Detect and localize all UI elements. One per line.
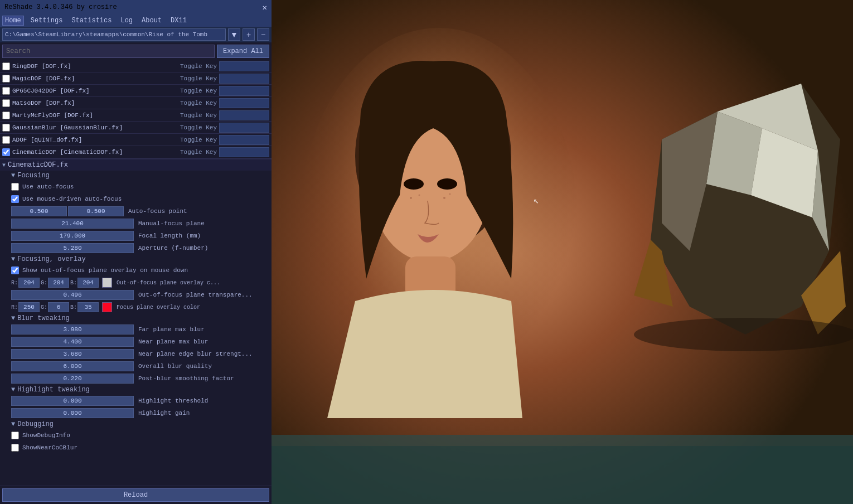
menu-item-dx11[interactable]: DX11: [168, 16, 189, 25]
g-value[interactable]: 204: [48, 278, 69, 288]
color-swatch[interactable]: [102, 278, 112, 288]
param-slider[interactable]: 3.980: [11, 324, 134, 335]
param-label: Auto-focus point: [128, 208, 269, 215]
effect-name: CinematicDOF [CinematicDOF.fx]: [12, 149, 180, 156]
param-label: Aperture (f-number): [138, 245, 269, 251]
effect-checkbox[interactable]: [2, 112, 10, 119]
color-swatch[interactable]: [102, 302, 112, 312]
settings-panel[interactable]: ▼ CinematicDOF.fx▼FocusingUse auto-focus…: [0, 158, 272, 486]
param-slider[interactable]: 0.496: [11, 290, 134, 300]
subsection-header[interactable]: ▼Highlight tweaking: [0, 385, 272, 395]
menu-item-statistics[interactable]: Statistics: [69, 16, 114, 25]
subsection-header[interactable]: ▼Focusing, overlay: [0, 254, 272, 264]
effect-row: MartyMcFlyDOF [DOF.fx]Toggle Key: [0, 109, 272, 122]
search-bar: Expand All: [0, 42, 272, 60]
path-add-button[interactable]: +: [243, 28, 255, 41]
param-label: Near plane edge blur strengt...: [138, 351, 269, 357]
toggle-key-label: Toggle Key: [180, 63, 217, 70]
param-slider[interactable]: 6.000: [11, 361, 134, 371]
svg-point-6: [437, 178, 457, 190]
effect-name: MagicDOF [DOF.fx]: [12, 75, 180, 82]
param-row: 0.5000.500Auto-focus point: [0, 205, 272, 217]
param-slider[interactable]: 5.280: [11, 243, 134, 253]
toggle-key-input[interactable]: [219, 135, 269, 145]
svg-point-7: [410, 197, 412, 199]
search-input[interactable]: [2, 45, 215, 58]
param-row: 0.496Out-of-focus plane transpare...: [0, 289, 272, 301]
param-label: Focal length (mm): [138, 232, 269, 239]
r-value[interactable]: 204: [18, 278, 40, 288]
param-slider-x[interactable]: 0.500: [11, 206, 67, 216]
reload-bar: Reload: [0, 486, 272, 504]
path-bar: ▼ + −: [0, 27, 272, 42]
toggle-key-input[interactable]: [219, 110, 269, 120]
effect-row: MagicDOF [DOF.fx]Toggle Key: [0, 72, 272, 85]
param-label: Far plane max blur: [138, 326, 269, 333]
toggle-key-input[interactable]: [219, 74, 269, 84]
param-row: 3.980Far plane max blur: [0, 323, 272, 336]
expand-all-button[interactable]: Expand All: [217, 45, 269, 58]
toggle-key-label: Toggle Key: [180, 137, 217, 143]
title-bar: ReShade 3.4.0.346 by crosire ✕: [0, 0, 272, 14]
svg-point-9: [443, 197, 445, 199]
effect-checkbox[interactable]: [2, 136, 10, 144]
g-value[interactable]: 6: [48, 302, 69, 312]
toggle-key-input[interactable]: [219, 123, 269, 133]
subsection-header[interactable]: ▼Focusing: [0, 171, 272, 181]
menu-item-about[interactable]: About: [139, 16, 164, 25]
effect-checkbox[interactable]: [2, 99, 10, 107]
param-label: Focus plane overlay color: [117, 304, 269, 311]
menu-item-log[interactable]: Log: [118, 16, 135, 25]
svg-point-5: [404, 178, 424, 190]
param-checkbox[interactable]: [11, 183, 19, 191]
param-checkbox[interactable]: [11, 432, 19, 439]
param-row: 0.000Highlight gain: [0, 407, 272, 419]
param-checkbox-row: Use auto-focus: [0, 181, 272, 193]
param-checkbox[interactable]: [11, 444, 19, 452]
close-button[interactable]: ✕: [263, 3, 267, 12]
path-remove-button[interactable]: −: [257, 28, 269, 41]
effect-checkbox[interactable]: [2, 124, 10, 132]
param-slider[interactable]: 179.000: [11, 231, 134, 241]
effect-checkbox[interactable]: [2, 87, 10, 95]
param-slider[interactable]: 0.000: [11, 396, 134, 406]
param-slider[interactable]: 21.400: [11, 219, 134, 229]
param-checkbox-row: Show out-of-focus plane overlay on mouse…: [0, 264, 272, 277]
menu-item-settings[interactable]: Settings: [28, 16, 65, 25]
param-checkbox[interactable]: [11, 266, 19, 274]
param-row: 0.220Post-blur smoothing factor: [0, 372, 272, 385]
param-slider-y[interactable]: 0.500: [68, 206, 124, 216]
b-label: B:: [70, 280, 77, 286]
effect-checkbox[interactable]: [2, 148, 10, 156]
param-row: 5.280Aperture (f-number): [0, 242, 272, 254]
toggle-key-input[interactable]: [219, 61, 269, 71]
param-slider[interactable]: 3.680: [11, 349, 134, 359]
effect-name: MartyMcFlyDOF [DOF.fx]: [12, 112, 180, 119]
section-header-cinematicdof[interactable]: ▼ CinematicDOF.fx: [0, 159, 272, 171]
effect-checkbox[interactable]: [2, 62, 10, 70]
r-value[interactable]: 250: [18, 302, 40, 312]
param-label: Near plane max blur: [138, 338, 269, 345]
param-label: Overall blur quality: [138, 363, 269, 370]
effect-checkbox[interactable]: [2, 75, 10, 83]
param-checkbox[interactable]: [11, 195, 19, 203]
menu-item-home[interactable]: Home: [2, 16, 24, 26]
param-slider[interactable]: 0.000: [11, 408, 134, 418]
subsection-header[interactable]: ▼Blur tweaking: [0, 313, 272, 323]
path-dropdown-button[interactable]: ▼: [228, 28, 240, 41]
path-input[interactable]: [2, 28, 226, 41]
b-value[interactable]: 35: [77, 302, 99, 312]
toggle-key-input[interactable]: [219, 98, 269, 108]
reload-button[interactable]: Reload: [2, 488, 269, 502]
param-row: 3.680Near plane edge blur strengt...: [0, 348, 272, 360]
param-checkbox-row: ShowNearCoCBlur: [0, 442, 272, 454]
param-slider[interactable]: 4.400: [11, 337, 134, 347]
toggle-key-input[interactable]: [219, 147, 269, 157]
effect-row: RingDOF [DOF.fx]Toggle Key: [0, 60, 272, 72]
toggle-key-input[interactable]: [219, 86, 269, 96]
b-value[interactable]: 204: [77, 278, 99, 288]
subsection-header[interactable]: ▼Debugging: [0, 419, 272, 429]
toggle-key-label: Toggle Key: [180, 124, 217, 131]
param-checkbox-label: Use auto-focus: [22, 183, 74, 190]
param-slider[interactable]: 0.220: [11, 374, 134, 384]
